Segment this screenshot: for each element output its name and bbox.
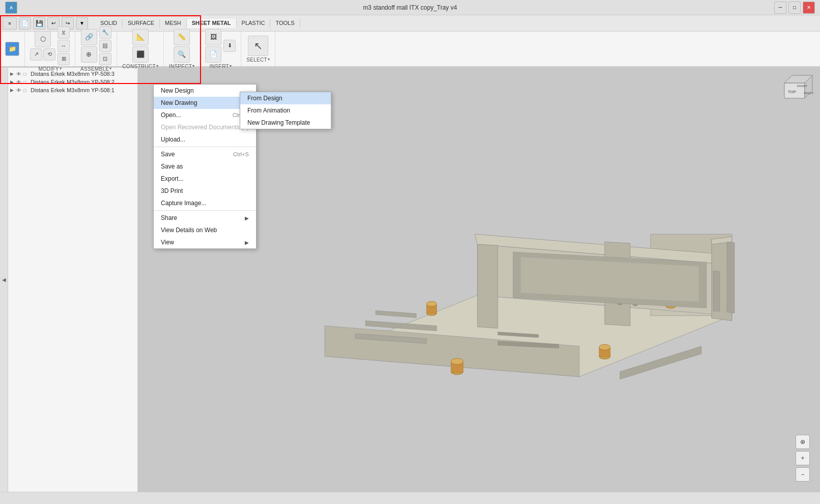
- modify-icon-2[interactable]: ↗: [30, 48, 42, 61]
- main-area: ◀ ▶ 👁 □ Distans Erkek M3x8mm YP-508:3 ▶ …: [0, 68, 820, 492]
- file-icon[interactable]: 📁: [5, 42, 19, 56]
- new-btn[interactable]: 📄: [19, 17, 31, 30]
- tree-item-label-1[interactable]: Distans Erkek M3x8mm YP-508:1: [31, 87, 115, 93]
- tab-plastic[interactable]: PLASTIC: [237, 19, 271, 28]
- tab-mesh[interactable]: MESH: [160, 19, 187, 28]
- maximize-btn[interactable]: □: [788, 2, 801, 14]
- inspect-icon-2[interactable]: 🔍: [174, 46, 190, 63]
- menu-export[interactable]: Export...: [154, 173, 256, 185]
- tab-surface[interactable]: SURFACE: [123, 19, 160, 28]
- svg-marker-32: [727, 242, 734, 313]
- svg-text:TOP: TOP: [788, 90, 796, 94]
- sidebar-toggle[interactable]: ◀: [0, 68, 8, 492]
- toolbar-container: ≡ 📄 💾 ↩ ↪ ▼ SOLID SURFACE MESH SHEET MET…: [0, 15, 820, 68]
- menu-view-details[interactable]: View Details on Web: [154, 224, 256, 236]
- viewcube[interactable]: TOP FRONT RIGHT: [774, 73, 815, 114]
- tab-tools[interactable]: TOOLS: [270, 19, 300, 28]
- zoom-in-btn[interactable]: +: [796, 451, 810, 465]
- construct-icon-1[interactable]: 📐: [132, 29, 149, 45]
- insert-icon-3[interactable]: ⬇: [223, 40, 236, 52]
- toolbar-inspect-section: 📏 🔍 INSPECT ▾: [164, 32, 200, 66]
- 3d-model: [284, 153, 742, 407]
- title-bar: A m3 standoff mall ITX copy_Tray v4 ─ □ …: [0, 0, 820, 15]
- toolbar-select-section: ↖ SELECT ▾: [241, 32, 275, 66]
- tab-sheet-metal[interactable]: SHEET METAL: [187, 19, 237, 28]
- select-label[interactable]: SELECT: [246, 57, 267, 63]
- close-btn[interactable]: ✕: [803, 2, 815, 14]
- select-icon[interactable]: ↖: [248, 36, 268, 56]
- assemble-label[interactable]: ASSEMBLE: [80, 66, 109, 72]
- assemble-icon-5[interactable]: ⊡: [99, 53, 111, 65]
- menu-save[interactable]: Save Ctrl+S: [154, 148, 256, 160]
- modify-icon-5[interactable]: ↔: [58, 40, 70, 52]
- toolbar-assemble-section: 🔗 ⊕ 🔧 ⛓ ⊡ ASSEMBLE ▾: [75, 32, 117, 66]
- toolbar-file-section: 📁: [0, 32, 25, 66]
- insert-icon-1[interactable]: 🖼: [205, 29, 221, 45]
- toolbar-modify-section: ⬡ ↗ ⟲ ⧖ ↔ ⊞ MODIFY ▾: [25, 32, 75, 66]
- file-menu-btn[interactable]: ≡: [3, 17, 17, 30]
- window-title: m3 standoff mall ITX copy_Tray v4: [363, 4, 457, 11]
- navigation-controls: ⊕ + −: [796, 435, 810, 482]
- menu-3d-print[interactable]: 3D Print: [154, 185, 256, 197]
- assemble-icon-3[interactable]: 🔧: [99, 26, 111, 39]
- svg-marker-33: [713, 271, 720, 312]
- submenu-new-template[interactable]: New Drawing Template: [240, 117, 331, 129]
- svg-point-16: [451, 358, 463, 365]
- construct-icon-2[interactable]: ⬛: [132, 46, 149, 63]
- main-toolbar: 📁 ⬡ ↗ ⟲ ⧖ ↔ ⊞ MODIFY ▾: [0, 32, 820, 67]
- assemble-icon-1[interactable]: 🔗: [81, 29, 97, 45]
- tree-item-label-2[interactable]: Distans Erkek M3x8mm YP-508:2: [31, 79, 115, 85]
- status-bar: [0, 492, 820, 504]
- svg-text:RIGHT: RIGHT: [804, 92, 814, 95]
- submenu-from-design[interactable]: From Design: [240, 92, 331, 104]
- menu-save-as[interactable]: Save as: [154, 160, 256, 173]
- zoom-out-btn[interactable]: −: [796, 467, 810, 482]
- canvas-area[interactable]: TOP FRONT RIGHT ⊕ + − New Design New Dra…: [138, 68, 820, 492]
- sidebar: ▶ 👁 □ Distans Erkek M3x8mm YP-508:3 ▶ 👁 …: [8, 68, 138, 492]
- svg-point-25: [599, 344, 610, 350]
- modify-icon-4[interactable]: ⧖: [58, 26, 70, 39]
- svg-point-19: [427, 301, 437, 306]
- sidebar-tree: ▶ 👁 □ Distans Erkek M3x8mm YP-508:3 ▶ 👁 …: [8, 68, 137, 492]
- submenu-from-animation[interactable]: From Animation: [240, 104, 331, 117]
- minimize-btn[interactable]: ─: [774, 2, 786, 14]
- assemble-icon-2[interactable]: ⊕: [81, 46, 97, 63]
- toolbar-insert-section: 🖼 📄 ⬇ INSERT ▾: [200, 32, 241, 66]
- tree-item-label-3[interactable]: Distans Erkek M3x8mm YP-508:3: [31, 71, 115, 77]
- toolbar-construct-section: 📐 ⬛ CONSTRUCT ▾: [117, 32, 163, 66]
- app-icon[interactable]: A: [5, 2, 17, 14]
- svg-marker-12: [376, 311, 416, 318]
- inspect-icon-1[interactable]: 📏: [174, 29, 190, 45]
- menu-view[interactable]: View ▶: [154, 236, 256, 248]
- modify-icon-3[interactable]: ⟲: [43, 48, 55, 61]
- svg-marker-9: [477, 244, 498, 328]
- svg-text:FRONT: FRONT: [797, 85, 808, 88]
- modify-icon-6[interactable]: ⊞: [58, 53, 70, 65]
- modify-icon-1[interactable]: ⬡: [35, 31, 51, 47]
- insert-icon-2[interactable]: 📄: [205, 46, 221, 63]
- quick-access-toolbar: ≡ 📄 💾 ↩ ↪ ▼ SOLID SURFACE MESH SHEET MET…: [0, 15, 820, 32]
- zoom-fit-btn[interactable]: ⊕: [796, 435, 810, 449]
- menu-upload[interactable]: Upload...: [154, 133, 256, 146]
- assemble-icon-4[interactable]: ⛓: [99, 40, 111, 52]
- modify-label[interactable]: MODIFY: [38, 66, 59, 72]
- menu-share[interactable]: Share ▶: [154, 212, 256, 224]
- new-drawing-submenu: From Design From Animation New Drawing T…: [240, 92, 331, 129]
- menu-capture-image[interactable]: Capture Image...: [154, 197, 256, 209]
